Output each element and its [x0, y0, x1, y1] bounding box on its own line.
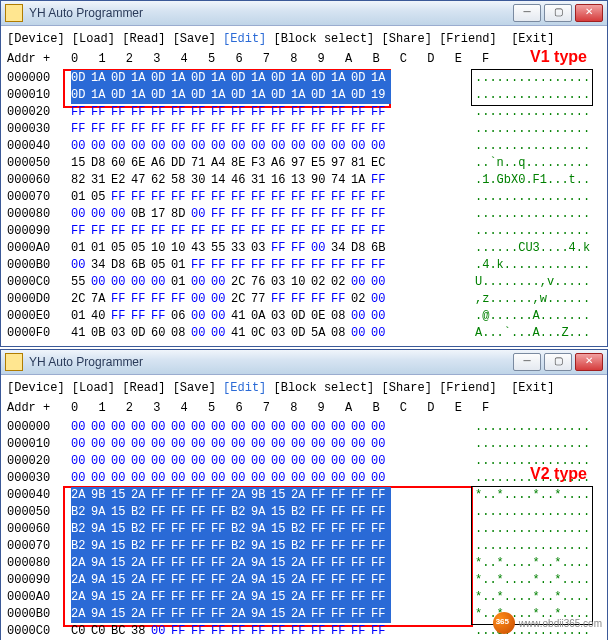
hex-byte[interactable]: 08 — [331, 325, 351, 342]
hex-cells[interactable]: 0D1A0D1A0D1A0D1A0D1A0D1A0D1A0D19 — [71, 87, 475, 104]
hex-byte[interactable]: FF — [311, 206, 331, 223]
menu-read[interactable]: [Read] — [122, 381, 165, 395]
hex-byte[interactable]: 62 — [151, 172, 171, 189]
hex-byte[interactable]: FF — [191, 104, 211, 121]
hex-byte[interactable]: FF — [351, 223, 371, 240]
hex-cells[interactable]: 0D1A0D1A0D1A0D1A0D1A0D1A0D1A0D1A — [71, 70, 475, 87]
hex-byte[interactable]: 0D — [131, 325, 151, 342]
hex-byte[interactable]: FF — [211, 606, 231, 623]
hex-byte[interactable]: 8E — [231, 155, 251, 172]
hex-byte[interactable]: 01 — [171, 274, 191, 291]
hex-byte[interactable]: FF — [171, 555, 191, 572]
hex-byte[interactable]: 9A — [91, 606, 111, 623]
hex-byte[interactable]: 08 — [171, 325, 191, 342]
hex-byte[interactable]: 9B — [251, 487, 271, 504]
hex-byte[interactable]: 00 — [351, 325, 371, 342]
hex-byte[interactable]: FF — [211, 189, 231, 206]
hex-byte[interactable]: 00 — [311, 240, 331, 257]
hex-byte[interactable]: B2 — [291, 538, 311, 555]
hex-byte[interactable]: FF — [371, 555, 391, 572]
hex-byte[interactable]: 15 — [271, 589, 291, 606]
hex-byte[interactable]: 0C — [251, 325, 271, 342]
hex-byte[interactable]: FF — [251, 206, 271, 223]
hex-byte[interactable]: FF — [311, 606, 331, 623]
hex-byte[interactable]: FF — [171, 521, 191, 538]
hex-byte[interactable]: 1A — [291, 87, 311, 104]
hex-byte[interactable]: FF — [331, 572, 351, 589]
hex-byte[interactable]: 38 — [131, 623, 151, 640]
hex-byte[interactable]: 00 — [351, 138, 371, 155]
hex-byte[interactable]: FF — [151, 504, 171, 521]
hex-byte[interactable]: FF — [271, 291, 291, 308]
hex-byte[interactable]: FF — [311, 555, 331, 572]
hex-byte[interactable]: FF — [211, 206, 231, 223]
data-row[interactable]: 0000608231E247625830144631161390741AFF.1… — [7, 172, 601, 189]
hex-byte[interactable]: E2 — [111, 172, 131, 189]
hex-byte[interactable]: FF — [351, 121, 371, 138]
hex-byte[interactable]: 00 — [91, 436, 111, 453]
hex-byte[interactable]: FF — [171, 572, 191, 589]
hex-byte[interactable]: B2 — [71, 538, 91, 555]
hex-byte[interactable]: 00 — [111, 453, 131, 470]
hex-byte[interactable]: 08 — [331, 308, 351, 325]
hex-byte[interactable]: 9A — [251, 504, 271, 521]
hex-byte[interactable]: 6B — [131, 257, 151, 274]
hex-byte[interactable]: 00 — [151, 623, 171, 640]
hex-byte[interactable]: 0D — [271, 87, 291, 104]
hex-byte[interactable]: 00 — [231, 419, 251, 436]
hex-byte[interactable]: 1A — [371, 70, 391, 87]
hex-byte[interactable]: 00 — [271, 436, 291, 453]
hex-byte[interactable]: FF — [351, 538, 371, 555]
hex-byte[interactable]: 00 — [231, 436, 251, 453]
hex-byte[interactable]: 00 — [291, 419, 311, 436]
menu-load[interactable]: [Load] — [72, 381, 115, 395]
hex-byte[interactable]: FF — [371, 606, 391, 623]
hex-byte[interactable]: FF — [171, 104, 191, 121]
menu-friend[interactable]: [Friend] — [439, 381, 497, 395]
hex-byte[interactable]: FF — [131, 291, 151, 308]
hex-byte[interactable]: 00 — [211, 274, 231, 291]
hex-byte[interactable]: 00 — [191, 308, 211, 325]
hex-byte[interactable]: 2A — [131, 572, 151, 589]
hex-cells[interactable]: 410B030D60080000410C030D5A080000 — [71, 325, 475, 342]
hex-byte[interactable]: 1A — [331, 87, 351, 104]
hex-byte[interactable]: 00 — [211, 325, 231, 342]
close-button[interactable]: ✕ — [575, 4, 603, 22]
hex-byte[interactable]: 00 — [271, 419, 291, 436]
hex-byte[interactable]: D8 — [111, 257, 131, 274]
hex-byte[interactable]: 1A — [171, 70, 191, 87]
hex-byte[interactable]: 2A — [131, 589, 151, 606]
hex-cells[interactable]: 15D8606EA6DD71A48EF3A697E59781EC — [71, 155, 475, 172]
hex-byte[interactable]: 00 — [91, 453, 111, 470]
hex-byte[interactable]: 03 — [111, 325, 131, 342]
hex-byte[interactable]: FF — [191, 521, 211, 538]
hex-byte[interactable]: FF — [271, 623, 291, 640]
hex-byte[interactable]: 2A — [71, 487, 91, 504]
hex-byte[interactable]: 0B — [131, 206, 151, 223]
hex-byte[interactable]: FF — [331, 223, 351, 240]
hex-byte[interactable]: 2A — [71, 572, 91, 589]
hex-byte[interactable]: 00 — [111, 274, 131, 291]
hex-byte[interactable]: 00 — [351, 453, 371, 470]
hex-byte[interactable]: FF — [151, 223, 171, 240]
data-row[interactable]: 0000800000000B178D00FFFFFFFFFFFFFFFFFF..… — [7, 206, 601, 223]
hex-byte[interactable]: 05 — [151, 257, 171, 274]
hex-byte[interactable]: 15 — [71, 155, 91, 172]
hex-cells[interactable]: 2A9A152AFFFFFFFF2A9A152AFFFFFFFF — [71, 555, 475, 572]
hex-cells[interactable]: 0105FFFFFFFFFFFFFFFFFFFFFFFFFFFF — [71, 189, 475, 206]
hex-byte[interactable]: FF — [351, 257, 371, 274]
hex-byte[interactable]: FF — [331, 189, 351, 206]
hex-byte[interactable]: 0D — [111, 87, 131, 104]
hex-byte[interactable]: FF — [291, 623, 311, 640]
hex-byte[interactable]: FF — [351, 104, 371, 121]
hex-cells[interactable]: 2A9A152AFFFFFFFF2A9A152AFFFFFFFF — [71, 589, 475, 606]
hex-byte[interactable]: 00 — [291, 436, 311, 453]
hex-byte[interactable]: FF — [151, 121, 171, 138]
hex-byte[interactable]: 34 — [91, 257, 111, 274]
hex-byte[interactable]: 03 — [251, 240, 271, 257]
hex-byte[interactable]: 02 — [351, 291, 371, 308]
hex-byte[interactable]: 15 — [271, 572, 291, 589]
hex-byte[interactable]: 00 — [91, 470, 111, 487]
data-row[interactable]: 0000700105FFFFFFFFFFFFFFFFFFFFFFFFFFFF..… — [7, 189, 601, 206]
hex-byte[interactable]: FF — [311, 257, 331, 274]
